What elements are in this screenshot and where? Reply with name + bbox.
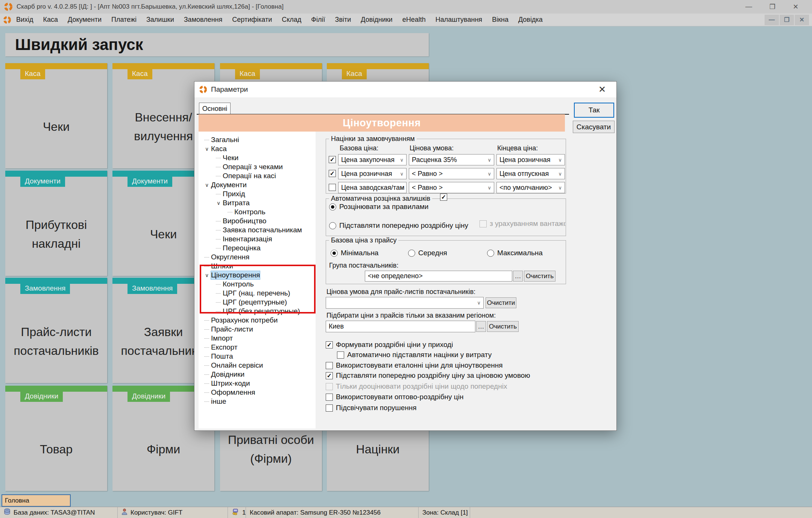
region-browse-button[interactable]: … bbox=[476, 321, 486, 332]
tree-item-витрата[interactable]: ∨Витрата bbox=[214, 198, 250, 208]
checkbox-icon[interactable] bbox=[326, 372, 333, 379]
rule-enabled-checkbox[interactable] bbox=[329, 156, 336, 163]
region-clear-button[interactable]: Очистить bbox=[487, 321, 519, 332]
chevron-down-icon[interactable]: ∨ bbox=[203, 272, 211, 278]
max-price-radio[interactable]: Максимальна bbox=[487, 249, 543, 257]
avg-price-radio[interactable]: Середня bbox=[408, 249, 447, 257]
final-price-combo[interactable]: Цена отпускная∨ bbox=[496, 168, 565, 179]
option-checkbox-6[interactable]: Підсвічувати порушення bbox=[326, 404, 417, 412]
menu-item-вихід[interactable]: Вихід bbox=[11, 14, 38, 25]
radio-icon[interactable] bbox=[408, 250, 415, 257]
tree-item-виробництво[interactable]: Виробництво bbox=[216, 217, 266, 226]
tile-Чеки[interactable]: КасаЧеки bbox=[5, 63, 107, 168]
reprice-by-rules-radio[interactable]: Розцінювати за правилами bbox=[329, 203, 428, 211]
menu-item-довідка[interactable]: Довідка bbox=[513, 14, 548, 25]
restore-button[interactable]: ❐ bbox=[770, 3, 776, 11]
menu-item-склад[interactable]: Склад bbox=[277, 14, 306, 25]
tree-item-црг-рецептурные-[interactable]: ЦРГ (рецептурные) bbox=[216, 298, 287, 307]
menu-item-довідники[interactable]: Довідники bbox=[356, 14, 397, 25]
base-price-combo[interactable]: Цена заводская/там∨ bbox=[338, 182, 407, 193]
suppliers-browse-button[interactable]: … bbox=[513, 271, 523, 282]
tree-item-чеки[interactable]: Чеки bbox=[216, 153, 238, 162]
dialog-titlebar[interactable]: Параметри ✕ bbox=[194, 82, 616, 97]
minimize-button[interactable]: — bbox=[745, 3, 752, 11]
tree-item-експорт[interactable]: Експорт bbox=[204, 343, 237, 352]
tree-item-імпорт[interactable]: Імпорт bbox=[204, 334, 233, 343]
tree-item-інвентаризація[interactable]: Інвентаризація bbox=[216, 235, 272, 244]
tree-item-црг-без-рецептурные-[interactable]: ЦРГ (без рецептурные) bbox=[216, 307, 300, 316]
tree-item-прайс-листи[interactable]: Прайс-листи bbox=[204, 325, 253, 334]
home-tab[interactable]: Головна bbox=[2, 494, 71, 507]
menu-item-ehealth[interactable]: eHealth bbox=[398, 14, 431, 25]
substitute-prev-retail-radio[interactable]: Підставляти попередню роздрібну ціну bbox=[329, 221, 468, 230]
tree-item-прихід[interactable]: Прихід bbox=[216, 189, 245, 198]
tree-item-розрахунок-потреби[interactable]: Розрахунок потреби bbox=[204, 316, 278, 325]
menu-item-замовлення[interactable]: Замовлення bbox=[179, 14, 228, 25]
chevron-down-icon[interactable]: ∨ bbox=[203, 182, 211, 188]
checkbox-icon[interactable] bbox=[326, 404, 333, 412]
tree-item-ціноутворення[interactable]: ∨Ціноутворення bbox=[203, 271, 260, 280]
radio-icon[interactable] bbox=[329, 222, 336, 229]
final-price-combo[interactable]: Цена розничная∨ bbox=[496, 154, 565, 165]
tree-item-операції-на-касі[interactable]: Операції на касі bbox=[216, 171, 276, 180]
suppliers-group-field[interactable]: <не определено> bbox=[365, 271, 512, 282]
chevron-down-icon[interactable]: ∨ bbox=[214, 200, 223, 206]
final-price-combo[interactable]: <по умолчанию>∨ bbox=[496, 182, 565, 193]
tree-item-црг-нац-перечень-[interactable]: ЦРГ (нац. перечень) bbox=[216, 289, 290, 298]
tree-item-оформлення[interactable]: Оформлення bbox=[204, 388, 255, 397]
tree-item-заявка-постачальникам[interactable]: Заявка постачальникам bbox=[216, 226, 302, 235]
ok-button[interactable]: Так bbox=[574, 103, 614, 118]
menu-item-платежі[interactable]: Платежі bbox=[106, 14, 141, 25]
auto-reprice-checkbox[interactable] bbox=[440, 194, 447, 201]
mdi-restore-button[interactable]: ❐ bbox=[780, 15, 794, 25]
radio-icon[interactable] bbox=[331, 250, 338, 257]
chevron-down-icon[interactable]: ∨ bbox=[203, 146, 211, 152]
tree-item-операції-з-чеками[interactable]: Операції з чеками bbox=[216, 162, 283, 171]
tree-item-округлення[interactable]: Округлення bbox=[204, 253, 249, 262]
dialog-close-icon[interactable]: ✕ bbox=[592, 84, 612, 95]
menu-item-документи[interactable]: Документи bbox=[63, 14, 106, 25]
close-button[interactable]: ✕ bbox=[793, 3, 798, 11]
option-checkbox-2[interactable]: Використовувати еталонні ціни для ціноут… bbox=[326, 361, 503, 370]
tree-item-штрих-коди[interactable]: Штрих-коди bbox=[204, 379, 250, 388]
price-condition-rule-combo[interactable]: < Равно >∨ bbox=[409, 168, 494, 179]
tile-Прибуткові накладні[interactable]: ДокументиПрибуткові накладні bbox=[5, 171, 107, 276]
tree-item-шляхи[interactable]: Шляхи bbox=[204, 262, 233, 271]
tree-item-довідники[interactable]: Довідники bbox=[204, 370, 244, 379]
menu-item-вікна[interactable]: Вікна bbox=[487, 14, 513, 25]
price-condition-rule-combo[interactable]: < Равно >∨ bbox=[409, 182, 494, 193]
tile-Прайс-листи постачальників[interactable]: ЗамовленняПрайс-листи постачальників bbox=[5, 278, 107, 383]
price-condition-rule-combo[interactable]: Расценка 35%∨ bbox=[409, 154, 494, 165]
menu-item-залишки[interactable]: Залишки bbox=[141, 14, 179, 25]
checkbox-icon[interactable] bbox=[337, 351, 344, 359]
tree-item-контроль[interactable]: Контроль bbox=[216, 280, 254, 289]
base-price-combo[interactable]: Цена закупочная∨ bbox=[338, 154, 407, 165]
option-checkbox-1[interactable]: Автоматично підставляти націнки у витрат… bbox=[337, 351, 492, 359]
tab-osnovni[interactable]: Основні bbox=[199, 103, 231, 114]
mdi-close-button[interactable]: ✕ bbox=[795, 15, 809, 25]
price-condition-combo[interactable]: ∨ bbox=[326, 297, 484, 309]
option-checkbox-0[interactable]: Формувати роздрібні ціни у приході bbox=[326, 341, 453, 349]
tree-item-контроль[interactable]: Контроль bbox=[228, 208, 266, 217]
menu-item-філії[interactable]: Філії bbox=[306, 14, 330, 25]
price-condition-clear-button[interactable]: Очистити bbox=[486, 297, 516, 308]
checkbox-icon[interactable] bbox=[326, 341, 333, 348]
tree-item-інше[interactable]: інше bbox=[204, 397, 226, 406]
radio-icon[interactable] bbox=[329, 203, 336, 211]
rule-enabled-checkbox[interactable] bbox=[329, 184, 336, 191]
tree-item-каса[interactable]: ∨Каса bbox=[203, 144, 227, 153]
tree-item-документи[interactable]: ∨Документи bbox=[203, 180, 247, 189]
suppliers-clear-button[interactable]: Очистить bbox=[524, 271, 555, 282]
option-checkbox-5[interactable]: Використовувати оптово-роздрібну цін bbox=[326, 393, 463, 401]
menu-item-каса[interactable]: Каса bbox=[38, 14, 63, 25]
tree-item-пошта[interactable]: Пошта bbox=[204, 352, 233, 361]
rule-enabled-checkbox[interactable] bbox=[329, 170, 336, 177]
menu-item-сертифікати[interactable]: Сертифікати bbox=[227, 14, 277, 25]
min-price-radio[interactable]: Мінімальна bbox=[331, 249, 378, 257]
radio-icon[interactable] bbox=[487, 250, 494, 257]
option-checkbox-3[interactable]: Підставляти попередню роздрібну ціну за … bbox=[326, 371, 530, 380]
base-price-combo[interactable]: Цена розничная∨ bbox=[338, 168, 407, 179]
checkbox-icon[interactable] bbox=[326, 394, 333, 401]
tile-Товар[interactable]: ДовідникиТовар bbox=[5, 386, 107, 491]
tree-item-переоцінка[interactable]: Переоцінка bbox=[216, 244, 261, 253]
